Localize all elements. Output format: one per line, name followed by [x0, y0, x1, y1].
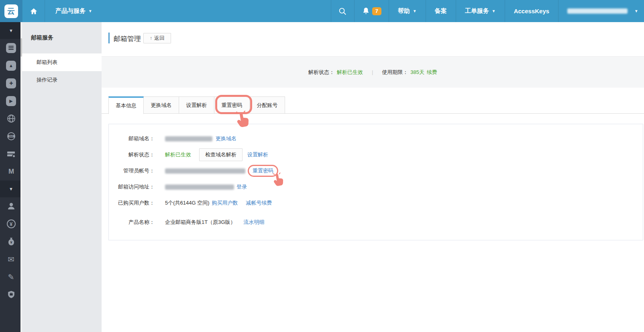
- sidebar-item-nodes[interactable]: ✚: [0, 74, 22, 92]
- accesskeys-link[interactable]: AccessKeys: [505, 0, 558, 22]
- title-accent-bar: [108, 33, 110, 43]
- sidebar-item-promotion[interactable]: ▶: [0, 92, 22, 110]
- help-menu[interactable]: 帮助 ▼: [389, 0, 426, 22]
- sidebar-scrollbar-thumb[interactable]: [20, 38, 22, 57]
- chevron-down-icon: ▼: [634, 9, 638, 13]
- sidebar-item-storage[interactable]: [0, 145, 22, 163]
- sidebar-item-servers[interactable]: [0, 39, 22, 57]
- back-button[interactable]: ↑ 返回: [143, 33, 171, 43]
- main-content: 邮箱管理 ↑ 返回 解析状态： 解析已生效 | 使用期限： 385天 续费 基本…: [102, 22, 644, 332]
- billing-detail-link[interactable]: 流水明细: [244, 219, 265, 226]
- usage-period-label: 使用期限：: [382, 69, 408, 76]
- back-button-label: 返回: [154, 35, 165, 42]
- field-label: 已购买用户数：: [109, 199, 155, 207]
- home-button[interactable]: [22, 0, 45, 22]
- set-resolution-link[interactable]: 设置解析: [247, 151, 268, 158]
- resolve-status-label: 解析状态：: [308, 69, 334, 76]
- sidebar-item-dns[interactable]: DNS: [0, 127, 22, 145]
- tab-assign-account[interactable]: 分配账号: [250, 96, 285, 114]
- aliyun-logo[interactable]: 云: [0, 0, 22, 22]
- search-button[interactable]: [331, 0, 354, 22]
- products-services-label: 产品与服务: [55, 7, 86, 15]
- field-row-admin-account: 管理员帐号： 重置密码: [109, 163, 643, 179]
- tab-set-resolution[interactable]: 设置解析: [179, 96, 214, 114]
- notifications-button[interactable]: 7: [354, 0, 389, 22]
- field-row-product-name: 产品名称： 企业邮箱商务版1T（原3G版） 流水明细: [109, 214, 643, 230]
- m-service-icon: M: [8, 168, 14, 176]
- dns-globe-icon: DNS: [6, 131, 16, 141]
- reset-password-link[interactable]: 重置密码: [253, 168, 273, 174]
- redacted-mail-domain: [165, 136, 212, 141]
- help-label: 帮助: [398, 7, 410, 15]
- icon-sidebar: ▼ ▲ ✚ ▶ DNS M ▼ ¥ ¥ ✉ ✎: [0, 22, 22, 332]
- check-domain-resolution-button[interactable]: 检查域名解析: [199, 148, 243, 161]
- ticket-service-menu[interactable]: 工单服务 ▼: [456, 0, 505, 22]
- top-navigation-bar: 云 产品与服务 ▼ 7 帮助 ▼ 备案 工单服务 ▼ AccessKeys ▼: [0, 0, 644, 22]
- storage-servers-icon: [7, 152, 15, 156]
- sidebar-section-collapse-2[interactable]: ▼: [0, 180, 22, 197]
- secondary-sidebar: 邮箱服务 邮箱列表 操作记录: [22, 22, 102, 332]
- login-link[interactable]: 登录: [236, 183, 247, 191]
- field-row-resolve-status: 解析状态： 解析已生效 检查域名解析 设置解析: [109, 147, 643, 163]
- sidebar-section-collapse[interactable]: ▼: [0, 22, 22, 39]
- reduce-account-renew-link[interactable]: 减帐号续费: [246, 199, 272, 207]
- field-label: 管理员帐号：: [109, 167, 155, 174]
- products-services-menu[interactable]: 产品与服务 ▼: [45, 0, 103, 22]
- sidebar-item-funds[interactable]: ¥: [0, 233, 22, 250]
- beian-link[interactable]: 备案: [426, 0, 456, 22]
- sidebar-item-apps[interactable]: ▲: [0, 57, 22, 74]
- sidebar-item-security[interactable]: [0, 286, 22, 303]
- tab-reset-password[interactable]: 重置密码: [214, 96, 250, 114]
- notification-badge: 7: [372, 7, 381, 15]
- subnav-item-operation-log[interactable]: 操作记录: [22, 71, 102, 89]
- tabs-container: 基本信息 更换域名 设置解析 重置密码 分配账号: [102, 96, 644, 114]
- buy-users-link[interactable]: 购买用户数: [212, 199, 238, 207]
- product-name-value: 企业邮箱商务版1T（原3G版）: [165, 219, 236, 226]
- chevron-down-icon: ▼: [492, 9, 496, 13]
- topnav-spacer: [103, 0, 331, 22]
- sidebar-item-feedback[interactable]: ✎: [0, 268, 22, 286]
- home-icon: [29, 7, 38, 16]
- field-row-purchased-users: 已购买用户数： 5个(共6144G 空间) 购买用户数 减帐号续费: [109, 195, 643, 211]
- beian-label: 备案: [435, 7, 447, 15]
- redacted-username: [567, 8, 628, 14]
- network-globe-icon: [6, 114, 16, 123]
- tab-basic-info[interactable]: 基本信息: [108, 96, 144, 114]
- change-domain-link[interactable]: 更换域名: [216, 135, 236, 142]
- field-label: 邮箱域名：: [109, 135, 155, 142]
- user-account-menu[interactable]: ▼: [558, 0, 644, 22]
- basic-info-panel: 邮箱域名： 更换域名 解析状态： 解析已生效 检查域名解析 设置解析 管理员帐号…: [108, 124, 643, 240]
- sidebar-item-user-center[interactable]: [0, 197, 22, 215]
- svg-text:¥: ¥: [10, 240, 12, 244]
- chevron-down-icon: ▼: [88, 9, 92, 13]
- bell-icon: [362, 7, 370, 15]
- status-bar: 解析状态： 解析已生效 | 使用期限： 385天 续费: [102, 56, 644, 88]
- purchased-users-value: 5个(共6144G 空间): [165, 199, 210, 207]
- sidebar-item-network[interactable]: [0, 110, 22, 127]
- sidebar-item-billing[interactable]: ¥: [0, 215, 22, 233]
- field-label: 产品名称：: [109, 219, 155, 226]
- collapse-chevron-icon: ▼: [9, 186, 13, 191]
- ticket-service-label: 工单服务: [465, 7, 489, 15]
- api-app-icon: ▲: [6, 61, 16, 71]
- renew-link[interactable]: 续费: [427, 69, 437, 76]
- accesskeys-label: AccessKeys: [514, 8, 549, 14]
- field-label: 解析状态：: [109, 151, 155, 158]
- field-row-mail-access-url: 邮箱访问地址： 登录: [109, 179, 643, 195]
- tab-bar: 基本信息 更换域名 设置解析 重置密码 分配账号: [102, 96, 644, 114]
- sidebar-item-m-service[interactable]: M: [0, 163, 22, 180]
- sidebar-item-messages[interactable]: ✉: [0, 250, 22, 268]
- field-label: 邮箱访问地址：: [109, 183, 155, 191]
- status-divider: |: [372, 69, 373, 75]
- user-icon: [6, 201, 16, 211]
- tab-change-domain[interactable]: 更换域名: [144, 96, 179, 114]
- sidebar-scrollbar[interactable]: [20, 22, 22, 332]
- subnav-item-mailbox-list[interactable]: 邮箱列表: [22, 53, 102, 71]
- billing-yen-icon: ¥: [7, 219, 16, 228]
- search-icon: [338, 7, 347, 16]
- svg-text:DNS: DNS: [9, 135, 13, 137]
- up-arrow-icon: ↑: [150, 35, 152, 41]
- annotation-highlight-oval: 重置密码: [248, 165, 278, 177]
- chevron-down-icon: ▼: [413, 9, 417, 13]
- usage-period-value: 385天: [410, 69, 424, 76]
